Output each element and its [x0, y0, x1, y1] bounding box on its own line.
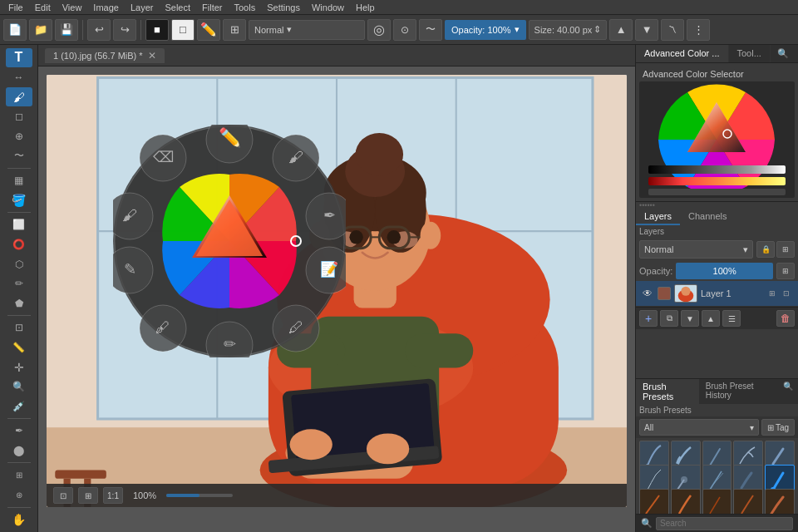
- svg-text:🖊: 🖊: [288, 319, 303, 336]
- tool-contiguous-select[interactable]: ⬟: [6, 294, 32, 313]
- tab-tool[interactable]: Tool...: [729, 45, 771, 62]
- sep1: [82, 20, 83, 40]
- tool-eraser[interactable]: ◻: [6, 107, 32, 126]
- menu-select[interactable]: Select: [160, 2, 195, 13]
- fg-color[interactable]: ■: [145, 19, 169, 41]
- tool-transform[interactable]: ↔: [6, 68, 32, 87]
- blend-mode-dropdown[interactable]: Normal ▾: [249, 20, 365, 40]
- tool-smudge[interactable]: 〜: [6, 146, 32, 165]
- tool-colorpicker[interactable]: 💉: [6, 397, 32, 416]
- brush-item-11[interactable]: [671, 489, 701, 514]
- brush-filter-dropdown[interactable]: All ▾: [639, 419, 759, 436]
- delete-layer-btn[interactable]: 🗑: [776, 310, 795, 327]
- menu-window[interactable]: Window: [307, 2, 349, 13]
- tool-fill[interactable]: 🪣: [6, 190, 32, 209]
- opacity-display[interactable]: Opacity: 100% ▾: [445, 20, 526, 40]
- tool-rectangular-select[interactable]: ⬜: [6, 215, 32, 234]
- tool-hand[interactable]: ✋: [6, 510, 32, 529]
- brush-item-14[interactable]: [765, 489, 795, 514]
- opacity-options[interactable]: ⊞: [776, 263, 795, 279]
- smoothing-btn[interactable]: 〜: [419, 19, 442, 41]
- size-dec[interactable]: ▼: [635, 19, 658, 41]
- open-button[interactable]: 📁: [29, 19, 52, 41]
- brush-tag-btn[interactable]: ⊞ Tag: [761, 419, 795, 436]
- color-wheel-panel[interactable]: [639, 81, 795, 198]
- save-button[interactable]: 💾: [55, 19, 78, 41]
- bg-color[interactable]: □: [171, 19, 195, 41]
- brush-preset-btn[interactable]: ⊞: [223, 19, 246, 41]
- brush-item-12[interactable]: [702, 489, 732, 514]
- layer-action-1[interactable]: ⊞: [766, 287, 779, 300]
- opacity-value[interactable]: 100%: [676, 263, 773, 279]
- size-inc[interactable]: ▲: [609, 19, 633, 41]
- size-display[interactable]: Size: 40.00 px ⇕: [529, 20, 608, 40]
- tool-elliptical-select[interactable]: ⭕: [6, 235, 32, 254]
- layer-properties-btn[interactable]: ☰: [722, 310, 741, 327]
- copy-layer-btn[interactable]: ⧉: [660, 310, 678, 327]
- menu-edit[interactable]: Edit: [30, 2, 56, 13]
- tool-clone[interactable]: ⊕: [6, 127, 32, 146]
- tab-search[interactable]: 🔍: [771, 45, 796, 62]
- tool-multi[interactable]: ⊞: [6, 466, 32, 485]
- tab-brush-presets[interactable]: Brush Presets: [636, 379, 699, 404]
- menu-help[interactable]: Help: [351, 2, 380, 13]
- zoom-slider[interactable]: [166, 494, 233, 497]
- tool-zoom[interactable]: 🔍: [6, 377, 32, 397]
- tool-paths[interactable]: ✒: [6, 421, 32, 441]
- tab-layers[interactable]: Layers: [636, 209, 680, 225]
- color-wheel-overlay[interactable]: ✏️ 🖌 ✒ 📝 🖊: [113, 125, 346, 357]
- svg-point-37: [349, 230, 362, 244]
- tool-freehand-select[interactable]: ✏: [6, 274, 32, 293]
- move-layer-up-btn[interactable]: ▲: [702, 310, 720, 327]
- layer-thumbnail: [674, 284, 697, 303]
- canvas-tab-item[interactable]: 1 (10).jpg (56.7 MiB) * ✕: [45, 48, 165, 63]
- menu-settings[interactable]: Settings: [262, 2, 305, 13]
- tool-polygon-select[interactable]: ⬡: [6, 254, 32, 273]
- tab-channels[interactable]: Channels: [680, 209, 735, 225]
- fit-canvas-btn[interactable]: ⊡: [53, 487, 73, 504]
- redo-button[interactable]: ↪: [113, 19, 136, 41]
- color-selector-panel: Advanced Color Selector: [636, 63, 798, 201]
- brush-item-10[interactable]: [639, 489, 669, 514]
- canvas-close-btn[interactable]: ✕: [148, 50, 156, 62]
- tool-paint[interactable]: 🖌: [6, 87, 32, 106]
- tool-vector[interactable]: ⬤: [6, 441, 32, 461]
- menu-image[interactable]: Image: [88, 2, 124, 13]
- layer-item[interactable]: 👁 Layer 1 ⊞ ⊡: [636, 281, 798, 307]
- tab-advanced-color[interactable]: Advanced Color ...: [636, 45, 729, 62]
- layer-lock-btn[interactable]: 🔒: [756, 241, 775, 258]
- tool-assistant[interactable]: ⊛: [6, 485, 32, 505]
- canvas-content[interactable]: ✏️ 🖌 ✒ 📝 🖊: [38, 66, 635, 532]
- add-layer-btn[interactable]: +: [639, 310, 658, 327]
- flow-btn[interactable]: ◎: [367, 19, 391, 41]
- more-btn[interactable]: ⋮: [687, 19, 710, 41]
- move-layer-down-btn[interactable]: ▼: [681, 310, 699, 327]
- brush-search-input[interactable]: [656, 517, 793, 530]
- menu-tools[interactable]: Tools: [229, 2, 261, 13]
- zoom-fit-btn[interactable]: ⊞: [78, 487, 98, 504]
- zoom-actual-btn[interactable]: 1:1: [103, 487, 123, 504]
- new-button[interactable]: 📄: [3, 19, 27, 41]
- tool-sep5: [7, 462, 31, 463]
- dynamics-btn[interactable]: 〽: [661, 19, 684, 41]
- tool-crop[interactable]: ⊡: [6, 318, 32, 337]
- undo-button[interactable]: ↩: [87, 19, 111, 41]
- tool-move[interactable]: ✛: [6, 357, 32, 377]
- airbrush-btn[interactable]: ⊙: [393, 19, 416, 41]
- tool-measure[interactable]: 📏: [6, 338, 32, 357]
- menu-filter[interactable]: Filter: [197, 2, 227, 13]
- brush-tab-icon[interactable]: 🔍: [778, 379, 798, 404]
- layer-options-btn[interactable]: ⊞: [776, 241, 795, 258]
- menu-layer[interactable]: Layer: [126, 2, 159, 13]
- layer-visibility-toggle[interactable]: 👁: [641, 287, 654, 300]
- menu-view[interactable]: View: [57, 2, 87, 13]
- tool-gradient[interactable]: ▦: [6, 171, 32, 190]
- layer-blend-mode[interactable]: Normal ▾: [639, 240, 753, 259]
- menu-file[interactable]: File: [3, 2, 28, 13]
- brush-tool-btn[interactable]: ✏️: [197, 19, 220, 41]
- brush-item-13[interactable]: [733, 489, 763, 514]
- layer-action-2[interactable]: ⊡: [780, 287, 793, 300]
- tool-text[interactable]: T: [6, 48, 32, 67]
- tool-sep3: [7, 315, 31, 316]
- tab-brush-history[interactable]: Brush Preset History: [699, 379, 778, 404]
